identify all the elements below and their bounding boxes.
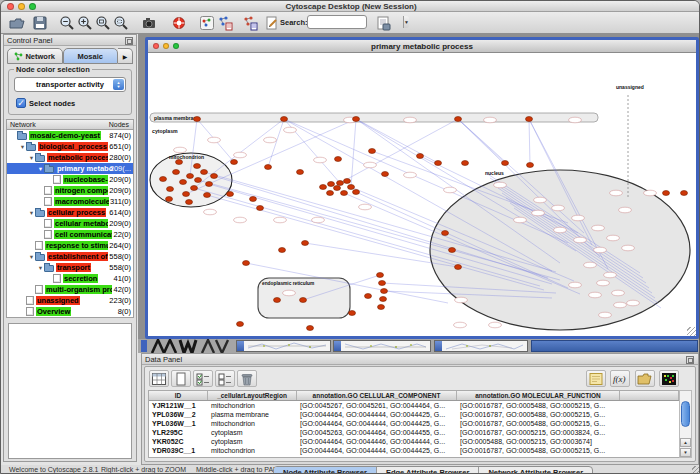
- network-canvas[interactable]: plasma membranecytoplasmmitochondrionnuc…: [148, 53, 696, 336]
- network-node[interactable]: [337, 181, 344, 186]
- table-column-header[interactable]: annotation.GO MOLECULAR_FUNCTION: [457, 391, 620, 400]
- background-window-thumbnail[interactable]: [236, 340, 331, 352]
- snapshot-camera-icon[interactable]: [139, 14, 158, 32]
- network-node[interactable]: [204, 193, 211, 198]
- float-panel-icon[interactable]: [125, 37, 133, 45]
- delete-attribute-icon[interactable]: [237, 370, 257, 387]
- tree-item[interactable]: secretion41(0): [7, 273, 133, 284]
- network-node[interactable]: [194, 117, 201, 122]
- table-scrollbar[interactable]: ▲ ▼: [679, 390, 692, 458]
- network-node[interactable]: [327, 191, 334, 196]
- vizmapper-icon[interactable]: [197, 14, 216, 32]
- annotations-icon[interactable]: [262, 14, 281, 32]
- background-window-thumbnail[interactable]: [434, 340, 528, 352]
- zoom-in-icon[interactable]: [75, 14, 94, 32]
- tree-item[interactable]: macromolecule311(0): [7, 196, 133, 207]
- network-node[interactable]: [167, 187, 174, 192]
- network-node[interactable]: [455, 265, 462, 270]
- network-node[interactable]: [335, 157, 342, 162]
- network-node[interactable]: [281, 117, 288, 122]
- network-node[interactable]: [160, 177, 167, 182]
- tree-item[interactable]: nucleobase-209(0): [7, 174, 133, 185]
- network-node[interactable]: [206, 182, 213, 187]
- scroll-down-icon[interactable]: ▼: [680, 448, 691, 457]
- more-tabs-button[interactable]: ▶: [118, 48, 133, 64]
- network-node[interactable]: [307, 326, 314, 331]
- network-node[interactable]: [211, 174, 218, 179]
- network-node[interactable]: [681, 191, 688, 196]
- network-node[interactable]: [435, 161, 442, 166]
- network-node[interactable]: [243, 261, 250, 266]
- network-node[interactable]: [417, 154, 424, 159]
- table-column-header[interactable]: annotation.GO CELLULAR_COMPONENT: [297, 391, 457, 400]
- network-node[interactable]: [194, 164, 201, 169]
- zoom-out-icon[interactable]: [57, 14, 76, 32]
- tree-item[interactable]: ▼biological_process651(0): [7, 141, 133, 152]
- select-nodes-checkbox[interactable]: ✓: [16, 98, 26, 108]
- dropdown-stepper-icon[interactable]: ▲▼: [113, 79, 124, 90]
- new-network-from-selected-nodes-icon[interactable]: [215, 14, 234, 32]
- tree-item[interactable]: nitrogen compo209(0): [7, 185, 133, 196]
- tab-network[interactable]: Network: [7, 48, 63, 64]
- tree-item[interactable]: cellular metabo209(0): [7, 218, 133, 229]
- tab-network-attribute-browser[interactable]: Network Attribute Browser: [479, 467, 592, 474]
- new-network-from-selected-edges-icon[interactable]: [240, 14, 259, 32]
- birds-eye-view[interactable]: [8, 323, 132, 459]
- tree-item[interactable]: cell communicat22(0): [7, 229, 133, 240]
- table-row[interactable]: YKR052Ccytoplasm[GO:0044464, GO:0044446,…: [149, 437, 679, 446]
- network-node[interactable]: [180, 180, 187, 185]
- network-node[interactable]: [279, 248, 286, 253]
- import-attribute-file-icon[interactable]: [635, 370, 655, 387]
- network-node[interactable]: [341, 191, 348, 196]
- network-node[interactable]: [320, 185, 327, 190]
- table-row[interactable]: YJR121W__1mitochondrion[GO:0045267, GO:0…: [149, 401, 679, 410]
- scroll-up-icon[interactable]: ▲: [680, 438, 691, 447]
- network-node[interactable]: [378, 305, 385, 310]
- network-node[interactable]: [334, 186, 341, 191]
- create-attribute-icon[interactable]: [171, 370, 191, 387]
- network-node[interactable]: [195, 178, 202, 183]
- network-node[interactable]: [231, 160, 238, 165]
- network-node[interactable]: [365, 294, 372, 299]
- tree-item[interactable]: unassigned223(0): [7, 295, 133, 306]
- network-node[interactable]: [191, 186, 198, 191]
- network-node[interactable]: [449, 248, 456, 253]
- network-node[interactable]: [349, 311, 356, 316]
- network-node[interactable]: [186, 200, 193, 205]
- network-node[interactable]: [176, 160, 183, 165]
- network-node[interactable]: [297, 170, 304, 175]
- save-session-icon[interactable]: [30, 14, 49, 32]
- function-builder-icon[interactable]: f(x): [610, 370, 630, 387]
- network-node[interactable]: [455, 117, 462, 122]
- network-node[interactable]: [527, 163, 534, 168]
- table-scrollbar-thumb[interactable]: [681, 401, 690, 427]
- tab-mosaic[interactable]: Mosaic: [63, 48, 119, 64]
- tree-item[interactable]: ▼primary metabo209(...: [7, 163, 133, 174]
- network-node[interactable]: [381, 289, 388, 294]
- tree-item[interactable]: ▼cellular process614(0): [7, 207, 133, 218]
- network-node[interactable]: [442, 231, 449, 236]
- network-node[interactable]: [166, 197, 173, 202]
- search-box[interactable]: ▼: [307, 15, 367, 29]
- search-dropdown-icon[interactable]: ▼: [403, 16, 409, 28]
- tree-item[interactable]: ▼transport558(0): [7, 262, 133, 273]
- network-node[interactable]: [183, 192, 190, 197]
- table-row[interactable]: YPL036W__1mitochondrion[GO:0044464, GO:0…: [149, 419, 679, 428]
- window-resize-grip[interactable]: [692, 466, 700, 474]
- node-color-dropdown[interactable]: transporter activity ▲▼: [14, 77, 126, 92]
- unselect-all-attributes-icon[interactable]: [215, 370, 235, 387]
- network-node[interactable]: [353, 117, 360, 122]
- table-row[interactable]: YDR039C__1mitochondrion[GO:0044464, GO:0…: [149, 446, 679, 455]
- network-edge[interactable]: [356, 119, 438, 163]
- network-node[interactable]: [380, 297, 387, 302]
- zoom-selected-icon[interactable]: [111, 14, 130, 32]
- network-node[interactable]: [344, 179, 351, 184]
- network-node[interactable]: [526, 117, 533, 122]
- network-node[interactable]: [663, 191, 670, 196]
- network-node[interactable]: [377, 273, 384, 278]
- frame-titlebar[interactable]: primary metabolic process: [148, 40, 696, 53]
- network-node[interactable]: [227, 192, 234, 197]
- network-view-frame[interactable]: primary metabolic process plasma membran…: [145, 37, 699, 339]
- network-node[interactable]: [462, 161, 469, 166]
- expand-arrow-icon[interactable]: ▼: [28, 210, 35, 216]
